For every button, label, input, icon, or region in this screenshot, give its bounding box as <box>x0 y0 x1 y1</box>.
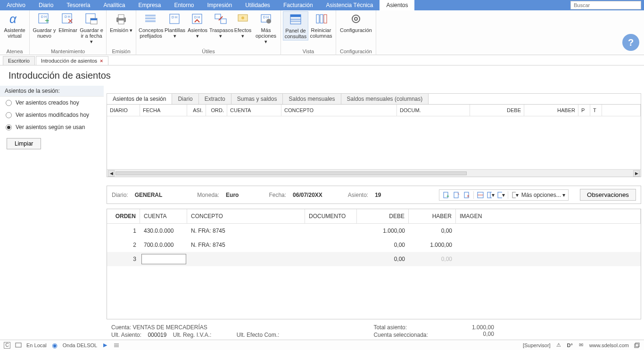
efectos-button[interactable]: Efectos ▾ <box>232 11 253 40</box>
col-ord[interactable]: ORD. <box>206 105 227 116</box>
sb-local: En Local <box>26 342 47 348</box>
menu-asistencia[interactable]: Asistencia Técnica <box>320 0 380 10</box>
lcol-documento[interactable]: DOCUMENTO <box>305 209 357 223</box>
itab-sesion[interactable]: Asientos de la sesión <box>107 94 172 104</box>
asistente-virtual-button[interactable]: α Asistente virtual <box>2 11 27 40</box>
grid-ico1[interactable] <box>477 191 484 199</box>
radio-segun-usan[interactable]: Ver asientos según se usan <box>0 121 104 133</box>
itab-diario[interactable]: Diario <box>172 94 198 104</box>
menu-tesoreria[interactable]: Tesorería <box>60 0 97 10</box>
tab-introduccion-asientos[interactable]: Introducción de asientos× <box>36 56 108 65</box>
col-asi[interactable]: ASI. <box>187 105 206 116</box>
panel-consultas-button[interactable]: Panel de consultas <box>283 11 308 41</box>
sb-box-icon[interactable] <box>15 342 22 349</box>
svg-text:✕: ✕ <box>67 17 74 25</box>
grid-ico3[interactable]: ▾ <box>497 191 505 199</box>
lcol-imagen[interactable]: IMAGEN <box>456 209 641 223</box>
col-docum[interactable]: DOCUM. <box>397 105 470 116</box>
col-p[interactable]: P <box>578 105 590 116</box>
del-doc-icon[interactable]: × <box>463 191 471 199</box>
warning-icon[interactable]: ⚠ <box>555 342 562 349</box>
mail-icon[interactable]: ✉ <box>578 342 585 349</box>
wifi-icon[interactable]: ◉ <box>51 342 58 349</box>
radio-creados-hoy[interactable]: Ver asientos creados hoy <box>0 97 104 109</box>
radio-modificados-hoy[interactable]: Ver asientos modificados hoy <box>0 109 104 121</box>
limpiar-button[interactable]: Limpiar <box>7 138 41 149</box>
cuenta-input[interactable] <box>141 254 186 264</box>
emision-button[interactable]: Emisión ▾ <box>108 11 134 34</box>
mas-opciones-button[interactable]: D H Más opciones ▾ <box>253 11 279 45</box>
lcol-haber[interactable]: HABER <box>409 209 456 223</box>
guardar-y-nuevo-button[interactable]: D H+ Guardar y nuevo <box>32 11 57 40</box>
col-concepto[interactable]: CONCEPTO <box>281 105 397 116</box>
menu-empresa[interactable]: Empresa <box>132 0 167 10</box>
configuracion-button[interactable]: Configuración <box>338 11 374 34</box>
eliminar-button[interactable]: D H✕ Eliminar <box>57 11 79 34</box>
menu-archivo[interactable]: Archivo <box>0 0 32 10</box>
sb-onda[interactable]: Onda DELSOL <box>63 342 97 348</box>
menu-asientos[interactable]: Asientos <box>380 0 414 10</box>
menu-facturacion[interactable]: Facturación <box>277 0 320 10</box>
h-scrollbar[interactable]: ◀ ▶ <box>107 169 641 177</box>
itab-saldos[interactable]: Saldos mensuales <box>283 94 341 104</box>
scroll-right-icon[interactable]: ▶ <box>633 170 640 177</box>
play-icon[interactable]: ▶ <box>102 342 108 349</box>
svg-rect-46 <box>512 192 516 198</box>
doc-ico4[interactable]: ▾ <box>511 191 519 199</box>
scroll-thumb[interactable] <box>116 171 467 175</box>
lcol-debe[interactable]: DEBE <box>357 209 409 223</box>
col-fecha[interactable]: FECHA <box>140 105 187 116</box>
table-row-editing[interactable]: 3 0,00 0,00 <box>107 252 641 266</box>
document-tabs: Escritorio Introducción de asientos× <box>0 55 644 65</box>
col-diario[interactable]: DIARIO <box>107 105 140 116</box>
dup-doc-icon[interactable] <box>453 191 460 199</box>
ribbon-group-label: Emisión <box>108 49 134 55</box>
sb-supervisor: [Supervisor] <box>523 342 551 348</box>
sb-c-icon[interactable]: C <box>4 342 10 349</box>
diario-label: Diario: <box>112 192 128 198</box>
lcol-cuenta[interactable]: CUENTA <box>140 209 187 223</box>
col-haber[interactable]: HABER <box>524 105 578 116</box>
close-tab-icon[interactable]: × <box>100 58 103 64</box>
help-button[interactable]: ? <box>622 34 639 51</box>
lcol-orden[interactable]: ORDEN <box>107 209 140 223</box>
menu-utilidades[interactable]: Utilidades <box>239 0 277 10</box>
scroll-left-icon[interactable]: ◀ <box>108 170 115 177</box>
menu-impresion[interactable]: Impresión <box>200 0 239 10</box>
save-new-icon: D H+ <box>37 12 52 25</box>
d-icon[interactable]: D° <box>567 342 573 349</box>
menu-entorno[interactable]: Entorno <box>167 0 200 10</box>
guardar-fecha-button[interactable]: Guardar e ir a fecha ▾ <box>79 11 104 45</box>
observaciones-button[interactable]: Observaciones <box>580 189 636 201</box>
itab-saldos-col[interactable]: Saldos mensuales (columnas) <box>341 94 429 104</box>
ribbon-group-label: Útiles <box>138 49 279 55</box>
lcol-concepto[interactable]: CONCEPTO <box>187 209 305 223</box>
search-input[interactable] <box>570 1 641 9</box>
asientos-util-button[interactable]: D H Asientos ▾ <box>186 11 209 40</box>
reiniciar-columnas-button[interactable]: Reiniciar columnas <box>308 11 334 40</box>
tab-escritorio[interactable]: Escritorio <box>3 56 35 65</box>
itab-sumas[interactable]: Sumas y saldos <box>231 94 283 104</box>
col-cuenta[interactable]: CUENTA <box>227 105 281 116</box>
col-t[interactable]: T <box>590 105 602 116</box>
lower-grid: ORDEN CUENTA CONCEPTO DOCUMENTO DEBE HAB… <box>107 209 641 319</box>
menu-icon[interactable] <box>113 342 120 349</box>
new-doc-icon[interactable]: + <box>442 191 450 199</box>
svg-text:+: + <box>45 16 49 24</box>
table-row[interactable]: 1 430.0.0.000 N. FRA: 8745 1.000,00 0,00 <box>107 224 641 238</box>
menu-analitica[interactable]: Analítica <box>97 0 132 10</box>
traspasos-button[interactable]: Traspasos ▾ <box>209 11 232 40</box>
svg-rect-20 <box>215 14 221 19</box>
menu-diario[interactable]: Diario <box>32 0 60 10</box>
itab-extracto[interactable]: Extracto <box>199 94 231 104</box>
svg-rect-51 <box>635 344 638 348</box>
col-debe[interactable]: DEBE <box>470 105 524 116</box>
plantillas-button[interactable]: D H Plantillas ▾ <box>164 11 186 40</box>
grid-ico2[interactable]: ▾ <box>487 191 495 199</box>
conceptos-button[interactable]: Conceptos prefijados <box>138 11 164 40</box>
window-icon[interactable] <box>634 342 640 349</box>
svg-rect-21 <box>221 19 226 24</box>
sb-web[interactable]: www.sdelsol.com <box>589 342 629 348</box>
table-row[interactable]: 2 700.0.0.000 N. FRA: 8745 0,00 1.000,00 <box>107 238 641 252</box>
more-options-dropdown[interactable]: Más opciones... ▾ <box>521 192 565 198</box>
